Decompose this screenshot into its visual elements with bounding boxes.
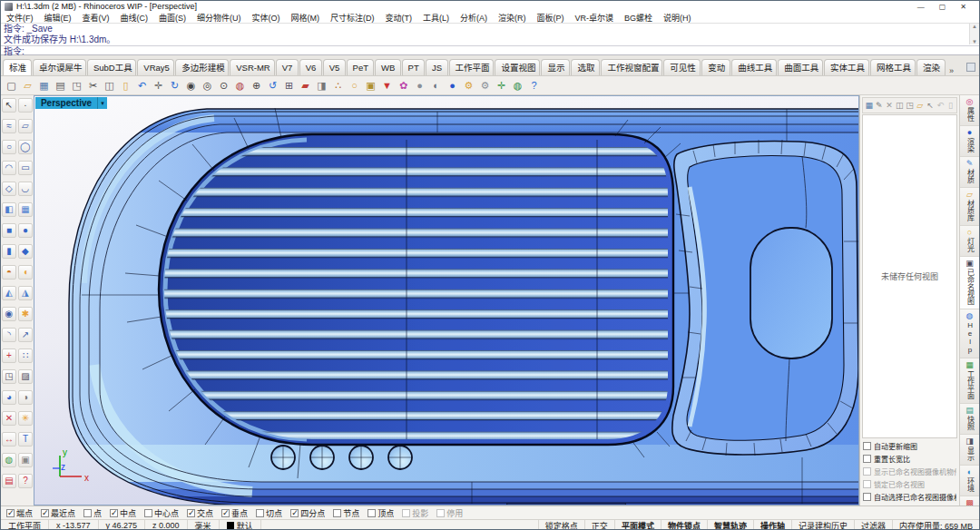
panel-tab[interactable]: ◐ 环境	[960, 466, 979, 496]
panel-tab[interactable]: ● 渲染	[960, 126, 979, 157]
menu-item[interactable]: 渲染(R)	[493, 12, 532, 24]
osnap-checkbox[interactable]	[83, 509, 92, 517]
color-wheel-icon[interactable]: ✿	[396, 78, 411, 93]
annotate-tool-icon[interactable]: ✳	[18, 411, 33, 426]
zoom-window-icon[interactable]: ◎	[200, 78, 215, 93]
option-row[interactable]: 自动选择已命名视图摄像机物件	[863, 492, 956, 502]
status-toggle[interactable]: 过滤器	[854, 520, 892, 530]
arc-tool-icon[interactable]: ◠	[2, 161, 16, 175]
solid-tool-icon[interactable]: ◆	[18, 244, 33, 259]
status-toggle[interactable]: 平面模式	[614, 520, 661, 530]
viewport-canvas[interactable]: y z x	[34, 96, 859, 505]
help-tool-icon[interactable]: ?	[18, 474, 33, 488]
status-cell[interactable]: z 0.000	[145, 520, 188, 530]
minimize-button[interactable]: —	[917, 3, 925, 11]
copy-screen-icon[interactable]: ◳	[69, 78, 84, 93]
point-tool-icon[interactable]: ∙	[18, 98, 33, 113]
osnap-checkbox[interactable]	[290, 509, 299, 517]
named-views-list[interactable]: 未储存任何视图	[862, 114, 957, 438]
toolbar-tab[interactable]: 实体工具	[824, 59, 869, 75]
status-cell[interactable]: 毫米	[188, 520, 220, 530]
osnap-checkbox[interactable]	[256, 509, 264, 517]
cut-icon[interactable]: ✂	[85, 78, 101, 93]
options-gear-icon[interactable]: ⚙	[461, 78, 476, 93]
menu-item[interactable]: 文件(F)	[1, 12, 39, 24]
toolbar-tab[interactable]: 工作平面	[449, 59, 495, 75]
option-row[interactable]: 显示已命名视图摄像机物件	[863, 466, 956, 476]
panel-options-icon[interactable]	[966, 63, 975, 72]
toolbar-tab[interactable]: 标准	[3, 59, 32, 75]
zoom-icon[interactable]: ◉	[183, 78, 199, 93]
option-row[interactable]: 自动更新缩图	[863, 441, 956, 451]
checkbox[interactable]	[863, 467, 871, 476]
option-row[interactable]: 重置长宽比	[863, 454, 956, 464]
osnap-checkbox[interactable]	[187, 509, 195, 517]
menu-item[interactable]: 分析(A)	[455, 12, 493, 24]
checkbox[interactable]	[863, 480, 871, 488]
earth-icon[interactable]: ◍	[510, 78, 525, 93]
side-recess-panel[interactable]	[672, 140, 858, 456]
toolbar-tab[interactable]: 选取	[571, 59, 600, 75]
undo-icon[interactable]: ↶	[134, 78, 150, 93]
osnap-checkbox[interactable]	[221, 509, 230, 517]
status-cell[interactable]: 默认	[220, 520, 261, 530]
panel-tab[interactable]: ○ 灯光	[960, 226, 979, 257]
import-view-icon[interactable]: ▱	[916, 100, 924, 112]
checkbox[interactable]	[863, 493, 871, 501]
toolbar-tab[interactable]: V7	[276, 59, 299, 75]
osnap-toggle[interactable]: 切点	[256, 507, 282, 519]
toolbar-tab[interactable]: VRay5	[137, 59, 174, 75]
panel-tab[interactable]: ▩ 图层	[960, 496, 979, 505]
osnap-toggle[interactable]: 顶点	[368, 507, 394, 519]
status-toggle[interactable]: 记录建构历史	[791, 520, 854, 530]
toolbar-tab[interactable]: JS	[426, 59, 447, 75]
paste-icon[interactable]: ▯	[118, 78, 133, 93]
panel-tab[interactable]: ▣ 已命名视图	[960, 257, 979, 309]
status-cell[interactable]: y 46.275	[99, 520, 146, 530]
command-prompt-input[interactable]: 指令:	[1, 45, 979, 56]
save-view-icon[interactable]: ▦	[865, 100, 873, 112]
osnap-checkbox[interactable]	[402, 509, 410, 517]
toolbar-tab[interactable]: 卓尔谟犀牛	[33, 59, 86, 75]
curve-tool-icon[interactable]: ≈	[2, 119, 16, 133]
pick-view-icon[interactable]: ↖	[926, 100, 934, 112]
osnap-toggle[interactable]: 中心点	[144, 507, 179, 519]
polygon-tool-icon[interactable]: ◇	[2, 182, 16, 196]
select-tool-icon[interactable]: ↖	[2, 98, 16, 113]
save-icon[interactable]: ▦	[36, 78, 52, 93]
maximize-button[interactable]: ▢	[939, 3, 946, 11]
delete-view-icon[interactable]: ✕	[885, 100, 893, 112]
status-toggle[interactable]: 操作轴	[753, 520, 791, 530]
curve-edit-tool-icon[interactable]: ◝	[2, 328, 16, 342]
status-toggle[interactable]: 锁定格点	[538, 520, 584, 530]
osnap-checkbox[interactable]	[110, 509, 118, 517]
speaker-body[interactable]	[34, 96, 859, 505]
panel-tab[interactable]: ✎ 材质	[960, 157, 979, 188]
toolbar-tab[interactable]: 网格工具	[870, 59, 916, 75]
viewport-title[interactable]: Perspective ▾	[35, 97, 107, 109]
status-toggle[interactable]: 内存使用量: 659 MB	[892, 520, 979, 530]
gears-icon[interactable]: ⚙	[477, 78, 493, 93]
toolbar-tab[interactable]: 工作视窗配置	[601, 59, 662, 75]
osnap-toggle[interactable]: 最近点	[41, 507, 75, 519]
loft-tool-icon[interactable]: ▦	[18, 202, 33, 217]
menu-item[interactable]: 查看(V)	[77, 12, 115, 24]
panel-tab[interactable]: ◎ 属性	[960, 95, 979, 126]
tab-overflow-chevron[interactable]: »	[946, 66, 956, 75]
status-toggle[interactable]: 智慧轨迹	[707, 520, 753, 530]
trim-tool-icon[interactable]: ◭	[2, 286, 16, 300]
status-cell[interactable]: 工作平面	[1, 520, 49, 530]
menu-item[interactable]: 说明(H)	[658, 12, 697, 24]
boolean-tool-icon[interactable]: ◓	[2, 265, 16, 280]
layer-tool-icon[interactable]: ▤	[2, 474, 16, 488]
status-toggle[interactable]: 正交	[584, 520, 614, 530]
zoom-selected-icon[interactable]: ◍	[232, 78, 248, 93]
osnap-toggle[interactable]: 节点	[333, 507, 359, 519]
command-scrollbar[interactable]: ▲ ▼	[969, 24, 979, 44]
block-tool-icon[interactable]: ◳	[2, 369, 16, 384]
perspective-viewport[interactable]: Perspective ▾	[34, 95, 859, 505]
join-tool-icon[interactable]: ◉	[2, 307, 16, 321]
menu-item[interactable]: 工具(L)	[417, 12, 455, 24]
panel-tab[interactable]: ▦ 工作平面	[960, 358, 979, 404]
osnap-checkbox[interactable]	[6, 509, 15, 517]
